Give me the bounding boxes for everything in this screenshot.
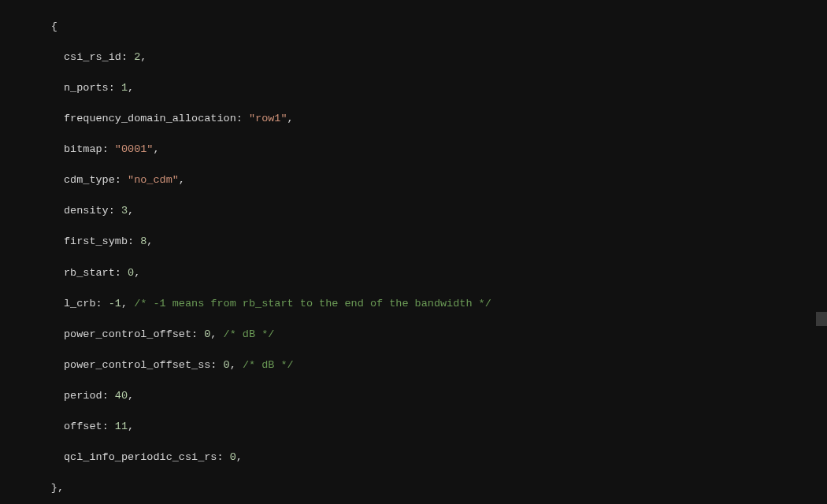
code-editor[interactable]: { csi_rs_id: 2, n_ports: 1, frequency_do…	[0, 0, 827, 504]
code-line: power_control_offset: 0, /* dB */	[0, 327, 827, 343]
code-line: power_control_offset_ss: 0, /* dB */	[0, 358, 827, 373]
code-line: period: 40,	[0, 388, 827, 404]
code-line: },	[0, 480, 827, 496]
code-line: cdm_type: "no_cdm",	[0, 172, 827, 188]
code-line: rb_start: 0,	[0, 265, 827, 281]
code-line: {	[0, 19, 827, 35]
code-line: first_symb: 8,	[0, 234, 827, 250]
code-line: frequency_domain_allocation: "row1",	[0, 111, 827, 127]
code-line: qcl_info_periodic_csi_rs: 0,	[0, 450, 827, 465]
vertical-scrollbar-thumb[interactable]	[816, 312, 827, 326]
code-line: l_crb: -1, /* -1 means from rb_start to …	[0, 296, 827, 312]
vertical-scrollbar-track[interactable]	[816, 0, 827, 504]
code-line: csi_rs_id: 2,	[0, 50, 827, 65]
code-line: density: 3,	[0, 203, 827, 219]
code-line: n_ports: 1,	[0, 80, 827, 96]
code-line: bitmap: "0001",	[0, 142, 827, 158]
code-line: offset: 11,	[0, 419, 827, 435]
